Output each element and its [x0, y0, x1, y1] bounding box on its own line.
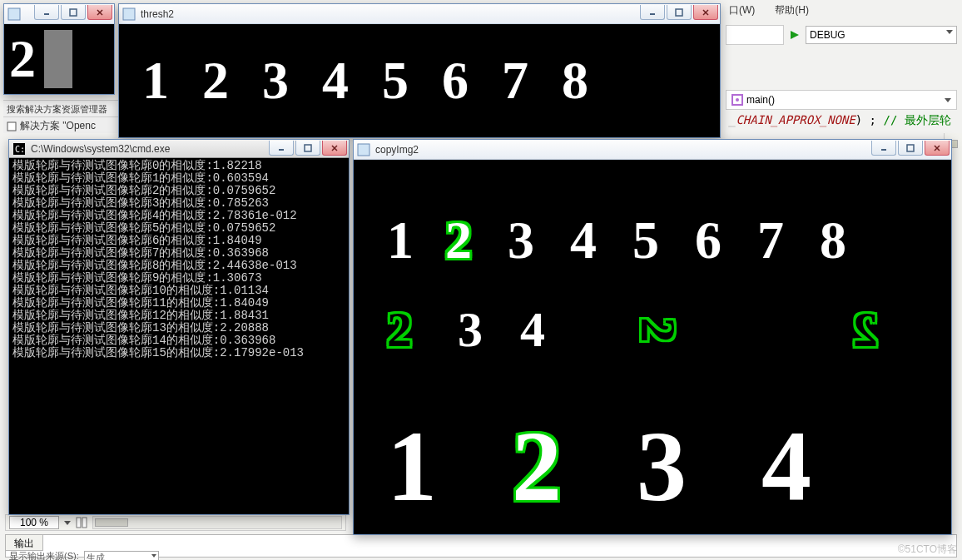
svg-rect-13	[676, 9, 682, 16]
ide-menu-bar: 口(W) 帮助(H)	[726, 2, 812, 20]
titlebar[interactable]: C: C:\Windows\system32\cmd.exe	[9, 140, 349, 158]
window-thresh2: thresh2 12345678	[118, 3, 721, 138]
thresh-digit: 1	[142, 50, 169, 112]
titlebar[interactable]	[4, 4, 114, 24]
digit: 4	[761, 409, 811, 524]
menu-help[interactable]: 帮助(H)	[771, 2, 812, 20]
chevron-down-icon	[151, 554, 156, 558]
app-icon	[357, 143, 370, 156]
chevron-down-icon	[946, 30, 953, 34]
window-cmd: C: C:\Windows\system32\cmd.exe 模版轮廓与待测试图…	[8, 139, 350, 515]
digit: 4	[520, 301, 545, 359]
split-icon[interactable]	[76, 517, 87, 528]
minimize-button[interactable]	[640, 5, 665, 20]
chevron-down-icon	[945, 98, 951, 102]
digit: 3	[637, 409, 687, 524]
maximize-button[interactable]	[667, 5, 692, 20]
sol-search-bar[interactable]: 搜索解决方案资源管理器	[3, 102, 128, 117]
output-source-text: 生成	[87, 553, 105, 561]
template-digit: 2	[9, 28, 36, 90]
launch-icon[interactable]	[789, 29, 801, 41]
scope-combo-text: main()	[746, 94, 775, 106]
digit: 5	[632, 210, 659, 271]
titlebar[interactable]: thresh2	[119, 4, 720, 24]
maximize-button[interactable]	[61, 5, 86, 20]
client-area: 12345678234221234	[354, 160, 951, 534]
maximize-button[interactable]	[295, 141, 320, 156]
maximize-button[interactable]	[898, 141, 923, 156]
thresh-digit: 6	[442, 50, 469, 112]
matched-digit: 2	[387, 301, 412, 359]
window-template-2: 2	[3, 3, 115, 95]
title-text: C:\Windows\system32\cmd.exe	[31, 143, 170, 155]
matched-digit: 2	[629, 318, 687, 343]
svg-rect-19	[305, 145, 311, 151]
code-snippet: _CHAIN_APPROX_NONE) ; // 最外层轮	[726, 112, 957, 131]
app-icon	[7, 7, 21, 21]
output-source-combo[interactable]: 生成	[84, 551, 159, 561]
digit: 1	[387, 210, 414, 271]
output-panel: 输出 显示输出来源(S): 生成	[5, 534, 957, 558]
thresh-digit: 8	[562, 50, 588, 112]
close-button[interactable]	[693, 5, 718, 20]
svg-text:C:: C:	[15, 145, 25, 154]
ide-toolbar: DEBUG	[726, 23, 957, 47]
svg-rect-4	[77, 518, 81, 528]
client-area: 2	[4, 24, 114, 94]
solution-explorer: 搜索解决方案资源管理器 解决方案 "Openc	[3, 100, 128, 133]
thresh-digit: 2	[202, 50, 229, 112]
digit: 8	[820, 210, 846, 271]
close-button[interactable]	[322, 141, 347, 156]
svg-rect-8	[70, 9, 77, 16]
thresh-digit: 5	[382, 50, 409, 112]
function-icon	[731, 94, 743, 106]
output-source-label: 显示输出来源(S):	[9, 550, 79, 560]
svg-rect-6	[8, 8, 20, 20]
close-button[interactable]	[925, 141, 950, 156]
minimize-button[interactable]	[34, 5, 59, 20]
chevron-down-icon	[64, 521, 71, 525]
matched-digit: 2	[853, 301, 878, 359]
solution-icon	[7, 121, 17, 131]
title-text: copyImg2	[375, 144, 419, 156]
svg-rect-24	[907, 145, 914, 151]
svg-rect-5	[82, 518, 87, 528]
cmd-icon: C:	[12, 142, 26, 156]
sol-root-label[interactable]: 解决方案 "Openc	[20, 119, 96, 133]
zoom-value: 100 %	[20, 517, 48, 528]
window-copyimg2: copyImg2 12345678234221234	[353, 139, 952, 535]
minimize-button[interactable]	[269, 141, 294, 156]
svg-point-2	[736, 98, 739, 102]
editor-zoom-bar: 100 %	[5, 514, 346, 531]
digit: 4	[570, 210, 597, 271]
svg-rect-11	[123, 8, 135, 20]
matched-digit: 2	[512, 409, 562, 524]
matched-digit: 2	[445, 210, 472, 271]
output-tab[interactable]: 输出	[5, 534, 43, 551]
client-area: 12345678	[119, 24, 720, 137]
svg-marker-0	[791, 31, 799, 39]
minimize-button[interactable]	[871, 141, 896, 156]
svg-rect-3	[7, 122, 16, 131]
close-button[interactable]	[87, 5, 112, 20]
zoom-combo[interactable]: 100 %	[9, 516, 59, 529]
svg-rect-22	[358, 144, 369, 156]
ide-scope-combo[interactable]: main()	[726, 90, 957, 110]
grey-padding	[44, 30, 72, 88]
code-punc: ) ;	[855, 113, 876, 126]
cmd-output[interactable]: 模版轮廓与待测试图像轮廓0的相似度:1.82218 模版轮廓与待测试图像轮廓1的…	[9, 158, 349, 514]
digit: 6	[695, 210, 722, 271]
digit: 3	[458, 301, 483, 359]
config-combo-text: DEBUG	[810, 29, 845, 41]
toolbar-spacer	[726, 25, 784, 45]
watermark: ©51CTO博客	[898, 543, 957, 557]
scrollbar-thumb[interactable]	[95, 518, 128, 527]
titlebar[interactable]: copyImg2	[354, 140, 951, 160]
menu-window[interactable]: 口(W)	[726, 2, 758, 20]
h-scrollbar[interactable]	[92, 516, 342, 529]
config-combo[interactable]: DEBUG	[806, 26, 957, 44]
code-comment: // 最外层轮	[883, 113, 950, 126]
title-text: thresh2	[141, 8, 174, 20]
digit: 1	[387, 409, 437, 524]
digit: 7	[757, 210, 784, 271]
